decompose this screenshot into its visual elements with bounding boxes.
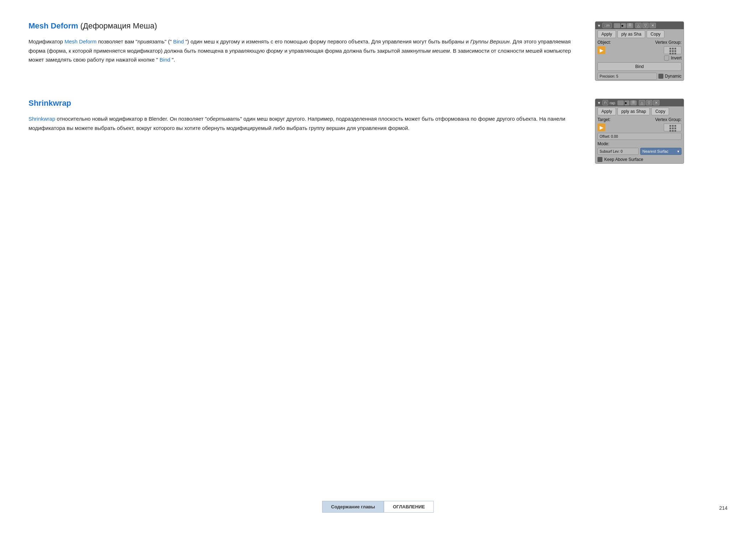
panel1-icon-m: □m [602, 23, 612, 28]
panel2-keep-above-row: Keep Above Surface [595, 156, 684, 163]
panel2-subsurf-stepper[interactable]: Subsurf Lev: 0 [597, 148, 639, 155]
panel1-invert-checkbox[interactable] [664, 56, 669, 61]
panel2-up-btn[interactable]: △ [639, 100, 645, 105]
panel1-invert-row: Invert [595, 55, 684, 61]
panel1-action-row: Apply ply as Sha Copy [595, 29, 684, 39]
panel2-target-label: Target: [597, 117, 611, 122]
panel1-labels-row: Object: Vertex Group: [595, 39, 684, 46]
shrinkwrap-italic1: обертывать [207, 116, 240, 122]
panel2-offset-row: Offset: 0.00 [595, 132, 684, 141]
mesh-deform-italic2: Группы Вершин [470, 38, 509, 44]
panel1-bind-btn[interactable]: Bind [597, 62, 682, 71]
panel1-header: ▼ □m ● ☰ △ ▽ ✕ [595, 22, 684, 29]
mesh-deform-link1: Mesh Deform [64, 38, 97, 44]
panel2-close-btn[interactable]: ✕ [653, 100, 659, 105]
panel1-nav-icons: △ ▽ ✕ [635, 23, 656, 28]
panel2-apply-btn[interactable]: Apply [597, 108, 616, 115]
panel2-fields-row: ▶ [595, 123, 684, 132]
panel2-mode-label: Mode: [597, 141, 609, 146]
mesh-deform-body: Модификатор Mesh Deform позволяет вам "п… [29, 37, 581, 64]
panel1-object-label: Object: [597, 40, 611, 45]
panel2-subsurf-row: Subsurf Lev: 0 Nearest Surfac ▾ [595, 147, 684, 156]
panel2-target-field[interactable]: ▶ [597, 124, 605, 131]
panel2-arrow-icon: ▼ [597, 101, 601, 105]
panel2-dropdown-arrow: ▾ [677, 149, 679, 154]
toc-button[interactable]: Содержание главы [322, 501, 384, 513]
panel2-icon2: ● [625, 100, 630, 105]
panel2-down-btn[interactable]: ▽ [646, 100, 652, 105]
panel1-object-icon: ▶ [600, 47, 604, 53]
panel1-dynamic-label: Dynamic [665, 74, 682, 79]
panel1-precision-row: Precision: 5 Dynamic [595, 72, 684, 80]
index-button[interactable]: ОГЛАВЛЕНИЕ [384, 501, 434, 513]
panel2-vertex-group-field[interactable] [664, 124, 682, 131]
panel2-labels-row: Target: Vertex Group: [595, 116, 684, 123]
panel1-vertex-group-field[interactable] [664, 46, 682, 54]
mesh-deform-title: Mesh Deform (Деформация Меша) [29, 21, 581, 31]
panel1-precision-stepper[interactable]: Precision: 5 [597, 73, 657, 80]
panel2-keep-above-label: Keep Above Surface [604, 157, 643, 162]
panel1-icon2: ● [621, 23, 626, 28]
panel2-vertex-group-label: Vertex Group: [655, 117, 682, 122]
panel1-close-btn[interactable]: ✕ [649, 23, 656, 28]
panel2-header: ▼ ⊓ rap ● ☰ △ ▽ ✕ [595, 99, 684, 106]
panel1-apply-btn[interactable]: Apply [597, 30, 616, 38]
panel1-icon3: ☰ [627, 23, 633, 28]
bind-link1: Bind [173, 38, 184, 44]
panel2-nearest-dropdown[interactable]: Nearest Surfac ▾ [640, 148, 682, 155]
page-number: 214 [719, 505, 727, 511]
panel2-action-row: Apply pply as Shap Copy [595, 106, 684, 116]
panel2-icon1 [617, 100, 624, 105]
panel1-vertex-group-label: Vertex Group: [655, 40, 682, 45]
bind-link2: Bind [160, 57, 170, 63]
section-mesh-deform: Mesh Deform (Деформация Меша) Модификато… [29, 21, 684, 81]
panel2-icon3: ☰ [630, 100, 637, 105]
mesh-deform-italic1: привязать [138, 38, 165, 44]
panel1-object-field[interactable]: ▶ [597, 46, 605, 54]
mesh-deform-italic3: управляющую форму [229, 48, 283, 54]
panel2-copy-btn[interactable]: Copy [651, 108, 669, 115]
panel1-invert-label: Invert [671, 56, 682, 61]
shrinkwrap-link: Shrinkwrap [29, 116, 55, 122]
section-shrinkwrap: Shrinkwrap Shrinkwrap относительно новый… [29, 99, 684, 164]
panel1-down-btn[interactable]: ▽ [642, 23, 649, 28]
panel2-target-icon: ▶ [600, 125, 604, 130]
panel1-precision-label: Precision: 5 [600, 74, 618, 78]
panel1-apply-shape-btn[interactable]: ply as Sha [617, 30, 645, 38]
panel2-icon-copy: ⊓ [602, 100, 608, 105]
shrinkwrap-text: Shrinkwrap Shrinkwrap относительно новый… [29, 99, 595, 132]
panel2-offset-stepper[interactable]: Offset: 0.00 [597, 133, 682, 140]
shrinkwrap-title: Shrinkwrap [29, 99, 581, 108]
panel1-up-btn[interactable]: △ [635, 23, 642, 28]
panel2-label: rap [610, 101, 615, 105]
panel2-keep-above-checkbox[interactable] [597, 157, 602, 162]
shrinkwrap-body: Shrinkwrap относительно новый модификато… [29, 114, 581, 132]
panel2-offset-label: Offset: 0.00 [600, 135, 618, 138]
panel2-mode-label-row: Mode: [595, 141, 684, 147]
panel1-fields-row: ▶ [595, 46, 684, 55]
mesh-deform-title-colored: Mesh Deform [29, 21, 78, 30]
panel1-dynamic-checkbox[interactable] [658, 74, 663, 79]
panel2-subsurf-label: Subsurf Lev: 0 [600, 150, 622, 153]
panel1-copy-btn[interactable]: Copy [647, 30, 664, 38]
panel2-toolbar-icons: ● ☰ [617, 100, 637, 105]
mesh-deform-title-normal: (Деформация Меша) [78, 21, 157, 30]
mesh-deform-text: Mesh Deform (Деформация Меша) Модификато… [29, 21, 595, 64]
panel1-arrow-icon: ▼ [597, 23, 601, 28]
panel1-toolbar-icons: ● ☰ [614, 23, 633, 28]
panel2-apply-shape-btn[interactable]: pply as Shap [617, 108, 650, 115]
bottom-nav: Содержание главы ОГЛАВЛЕНИЕ [322, 501, 434, 513]
shrinkwrap-panel: ▼ ⊓ rap ● ☰ △ ▽ ✕ Apply pply as Shap Cop… [595, 99, 684, 164]
panel1-icon1 [614, 23, 620, 28]
panel2-nearest-label: Nearest Surfac [642, 149, 668, 153]
mesh-deform-italic4: замкнутым мешем [402, 48, 450, 54]
panel2-nav-icons: △ ▽ ✕ [639, 100, 659, 105]
mesh-deform-panel: ▼ □m ● ☰ △ ▽ ✕ Apply ply as Sha Copy [595, 21, 684, 81]
